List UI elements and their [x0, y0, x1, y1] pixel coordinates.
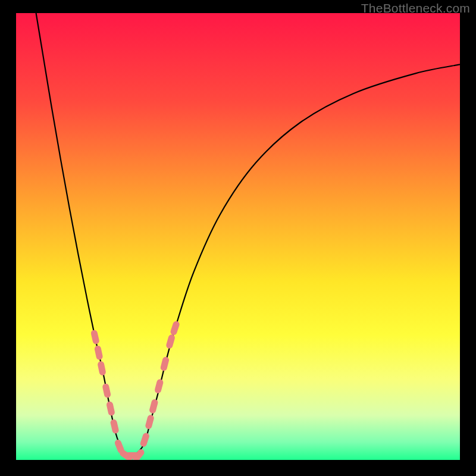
- chart-frame: [16, 13, 460, 460]
- watermark-text: TheBottleneck.com: [361, 1, 470, 15]
- bottleneck-chart: [16, 13, 460, 460]
